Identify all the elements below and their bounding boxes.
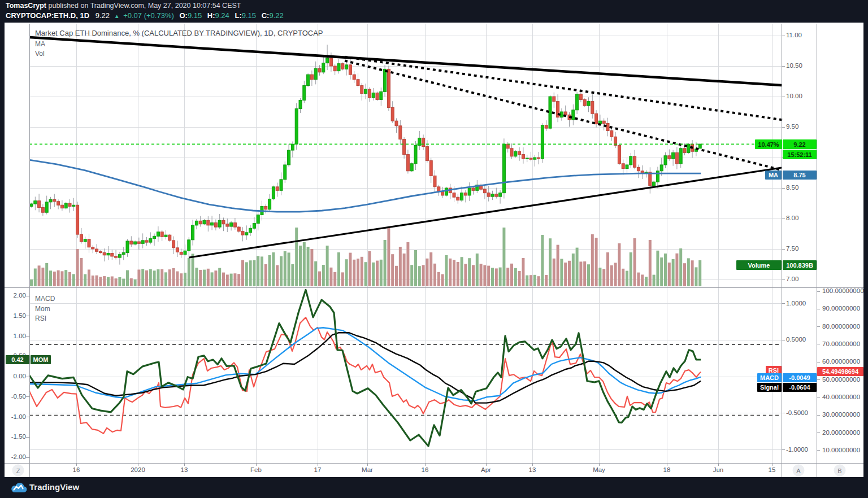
publish-header: TomasCrypt published on TradingView.com,…	[0, 0, 868, 23]
close-value: 9.22	[269, 11, 283, 20]
time-axis-label: 16	[422, 466, 429, 473]
change-up-icon: ▲	[114, 13, 120, 19]
price-axis-label: 8.00	[786, 215, 798, 221]
rsi-value-tag: 54.49498694	[817, 367, 863, 376]
footer: TradingView	[0, 477, 868, 498]
signal-value-tag: -0.0604	[783, 383, 817, 392]
macd-axis-label: 0.5000	[786, 336, 806, 343]
mom-axis-label: -1.50	[8, 433, 26, 440]
price-axis-label: 7.00	[786, 276, 798, 282]
price-axis-label: 11.00	[786, 32, 802, 38]
mom-value-tag: 0.42	[6, 355, 29, 364]
chart-area[interactable]: Market Cap ETH Dominance, % (CALCULATED …	[5, 23, 863, 477]
price-axis-label: 8.50	[786, 184, 798, 191]
mom-axis-label: -0.50	[8, 393, 26, 400]
legend-macd[interactable]: MACD	[35, 295, 55, 303]
time-axis-label: Mar	[362, 466, 373, 473]
ma-edge-tag: MA	[765, 171, 782, 180]
tradingview-logo-icon[interactable]	[9, 481, 27, 495]
low-value: 9.15	[242, 11, 256, 20]
price-axis-label: 7.50	[786, 245, 798, 252]
rsi-axis-label: 80.00000000	[822, 323, 860, 330]
axis-b-badge[interactable]: B	[834, 465, 846, 477]
rsi-axis-label: 20.00000000	[822, 429, 860, 436]
price-change: +0.07 (+0.73%)	[123, 11, 174, 20]
brand-name[interactable]: TradingView	[29, 482, 79, 492]
time-axis-label: 17	[314, 466, 322, 473]
ma-value-tag: 8.75	[783, 171, 817, 180]
axis-a-badge[interactable]: A	[793, 465, 805, 477]
rsi-axis-label: 90.00000000	[822, 305, 860, 312]
time-axis-label: May	[593, 466, 605, 473]
macd-axis-label: 1.0000	[786, 300, 806, 307]
open-label: O:	[179, 11, 187, 20]
rsi-axis-label: 40.00000000	[822, 394, 860, 400]
symbol-name: CRYPTOCAP:ETH.D, 1D	[6, 11, 89, 20]
symbol-bar: CRYPTOCAP:ETH.D, 1D 9.22 ▲ +0.07 (+0.73%…	[6, 11, 284, 20]
high-label: H:	[207, 11, 215, 20]
volume-edge-tag: Volume	[736, 260, 782, 270]
publish-meta: published on TradingView.com, May 27, 20…	[46, 2, 241, 10]
time-axis-label: 13	[529, 466, 536, 473]
rsi-axis-label: 10.00000000	[822, 447, 860, 453]
publisher-name: TomasCrypt	[6, 2, 46, 10]
percent-tag: 10.47%	[755, 139, 782, 149]
publish-info: TomasCrypt published on TradingView.com,…	[6, 2, 241, 10]
close-label: C:	[262, 11, 270, 20]
tradingview-published-chart: TomasCrypt published on TradingView.com,…	[0, 0, 868, 498]
last-price: 9.22	[96, 11, 110, 20]
mom-axis-label: 1.00	[8, 333, 26, 339]
countdown-tag: 15:52:11	[783, 150, 817, 159]
price-axis-label: 10.00	[786, 93, 802, 99]
current-price-tag: 9.22	[783, 139, 817, 149]
rsi-axis-label: 50.00000000	[822, 376, 860, 383]
price-axis-label: 10.50	[786, 62, 802, 69]
mom-axis-label: 1.50	[8, 312, 26, 319]
high-value: 9.24	[215, 11, 229, 20]
rsi-axis-label: 60.00000000	[822, 358, 860, 365]
timezone-badge[interactable]: Z	[12, 465, 24, 477]
time-axis-label: Apr	[481, 466, 491, 473]
rsi-axis-label: 100.00000000	[822, 287, 864, 294]
macd-axis-label: -0.5000	[786, 409, 808, 416]
legend-vol[interactable]: Vol	[35, 50, 45, 58]
signal-edge-tag: Signal	[757, 383, 782, 392]
mom-axis-label: -1.00	[8, 413, 26, 420]
time-axis-label: Feb	[250, 466, 262, 473]
macd-edge-tag: MACD	[757, 373, 782, 382]
chart-title: Market Cap ETH Dominance, % (CALCULATED …	[35, 29, 323, 37]
mom-edge-tag: MOM	[31, 355, 51, 364]
legend-mom[interactable]: Mom	[35, 305, 50, 313]
mom-axis-label: 0.00	[8, 373, 26, 379]
time-axis-label: Jun	[713, 466, 724, 473]
time-axis-label: 13	[181, 466, 188, 473]
volume-value-tag: 100.839B	[783, 260, 817, 270]
legend-ma[interactable]: MA	[35, 40, 45, 48]
rsi-axis-label: 30.00000000	[822, 411, 860, 418]
mom-axis-label: 2.00	[8, 292, 26, 299]
time-axis-label: 16	[73, 466, 80, 473]
mom-axis-label: -2.00	[8, 453, 26, 460]
price-axis-label: 9.50	[786, 123, 798, 130]
low-label: L:	[235, 11, 241, 20]
rsi-axis-label: 70.00000000	[822, 340, 860, 347]
legend-rsi[interactable]: RSI	[35, 314, 46, 322]
time-axis-label: 18	[663, 466, 671, 473]
time-axis-label: 2020	[131, 466, 145, 473]
macd-value-tag: -0.0049	[783, 373, 817, 382]
open-value: 9.15	[188, 11, 202, 20]
time-axis-label: 15	[769, 466, 776, 473]
macd-axis-label: -1.0000	[786, 446, 808, 453]
chart-canvas[interactable]	[5, 23, 863, 477]
